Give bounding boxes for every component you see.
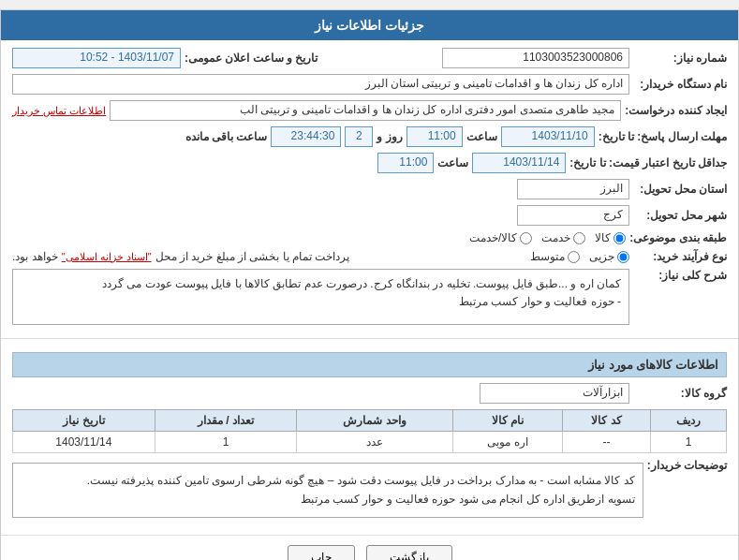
kalainfo-title: اطلاعات کالاهای مورد نیاز [12, 352, 727, 377]
cell-vahed: عدد [297, 432, 453, 453]
col-vahed: واحد شمارش [297, 410, 453, 432]
noe-farayand-label: نوع فرآیند خرید: [633, 250, 727, 263]
roz-label: روز و [377, 130, 402, 143]
tabaghe-label: طبقه بندی موضوعی: [629, 231, 727, 244]
mohlat-date: 1403/11/10 [501, 126, 595, 147]
sharh-box: کمان اره و ...طبق فایل پیوست. تخلیه در ب… [12, 269, 629, 325]
name-dastgah-label: نام دستگاه خریدار: [633, 78, 727, 91]
cell-radif: 1 [651, 432, 727, 453]
desc-text2: تسویه ازطریق اداره کل انجام می شود حوزه … [21, 490, 635, 508]
kala-table: ردیف کد کالا نام کالا واحد شمارش تعداد /… [12, 409, 727, 453]
sharh-text1: کمان اره و ...طبق فایل پیوست. تخلیه در ب… [21, 275, 621, 293]
mohlat-roz: 2 [345, 126, 373, 147]
noe-jozi-option[interactable]: جزیی [589, 250, 629, 263]
cell-name: اره موبی [453, 432, 563, 453]
tarikh-label: تاریخ و ساعت اعلان عمومی: [185, 52, 318, 65]
name-dastgah-value: اداره کل زندان ها و اقدامات تامینی و ترب… [12, 74, 629, 95]
eijad-link[interactable]: اطلاعات تماس خریدار [12, 105, 106, 117]
tabaghe-kala-option[interactable]: کالا [595, 231, 626, 244]
table-row: 1--اره موبیعدد11403/11/14 [13, 432, 727, 453]
cell-tarikh: 1403/11/14 [13, 432, 155, 453]
sharh-text2: - حوزه فعالیت و حوار کسب مرتبط [21, 293, 621, 311]
jadaval-label: جداقل تاریخ اعتبار قیمت: تا تاریخ: [569, 156, 727, 169]
col-tedad: تعداد / مقدار [155, 410, 297, 432]
eijad-label: ایجاد کننده درخواست: [625, 104, 727, 117]
ostan-value: البرز [517, 179, 629, 199]
pardakht-text: پرداخت تمام یا بخشی از مبلغ خرید از محل [155, 250, 350, 263]
noe-motovaset-option[interactable]: متوسط [530, 250, 580, 263]
eijad-value: مجید طاهری متصدی امور دفتری اداره کل زند… [110, 100, 621, 121]
button-row: بازگشت چاپ [1, 536, 738, 560]
back-button[interactable]: بازگشت [366, 545, 452, 560]
cell-kod: -- [562, 432, 650, 453]
kala-table-container: ردیف کد کالا نام کالا واحد شمارش تعداد /… [12, 409, 727, 453]
col-tarikh: تاریخ نیاز [13, 410, 155, 432]
mohlat-label: مهلت ارسال پاسخ: تا تاریخ: [599, 130, 727, 143]
shomara-niaz-value: 1103003523000806 [442, 48, 629, 68]
mohlat-time: 11:00 [406, 126, 463, 147]
mohlat-saaat: 23:44:30 [271, 126, 341, 147]
col-name: نام کالا [453, 410, 563, 432]
tabaghe-radio-group: کالا خدمت کالا/خدمت [469, 231, 626, 244]
saat-label: ساعت [466, 130, 497, 143]
jadaval-date: 1403/11/14 [472, 153, 566, 173]
desc-text1: کد کالا مشابه است - به مدارک برداخت در ف… [21, 471, 635, 490]
tabaghe-kala-khedmat-option[interactable]: کالا/خدمت [469, 231, 532, 244]
jadaval-time: 11:00 [377, 153, 434, 173]
page-title: جزئیات اطلاعات نیاز [315, 18, 424, 33]
description-box: کد کالا مشابه است - به مدارک برداخت در ف… [12, 463, 643, 518]
shahr-label: شهر محل تحویل: [633, 209, 727, 222]
cell-tedad: 1 [155, 432, 297, 453]
col-radif: ردیف [651, 410, 727, 432]
mohlat-suffix: ساعت باقی مانده [185, 130, 268, 143]
group-label: گروه کالا: [633, 387, 727, 400]
print-button[interactable]: چاپ [288, 545, 355, 560]
page-header: جزئیات اطلاعات نیاز [1, 10, 738, 40]
sharh-label: شرح کلی نیاز: [633, 269, 727, 282]
sandad-link[interactable]: "اسناد خزانه اسلامی" [62, 251, 152, 263]
noe-radio-group: جزیی متوسط [530, 250, 629, 263]
pardakht-suffix: خواهد بود. [12, 250, 58, 263]
jadaval-saat-label: ساعت [437, 156, 468, 169]
ostan-label: استان محل تحویل: [633, 183, 727, 196]
group-value: ابزارآلات [480, 383, 629, 404]
shomara-niaz-label: شماره نیاز: [633, 52, 727, 65]
col-kod: کد کالا [562, 410, 650, 432]
buyer-desc-label: توضیحات خریدار: [647, 459, 727, 472]
tarikh-value: 1403/11/07 - 10:52 [12, 48, 181, 68]
tabaghe-khedmat-option[interactable]: خدمت [541, 231, 585, 244]
shahr-value: کرج [517, 205, 629, 226]
